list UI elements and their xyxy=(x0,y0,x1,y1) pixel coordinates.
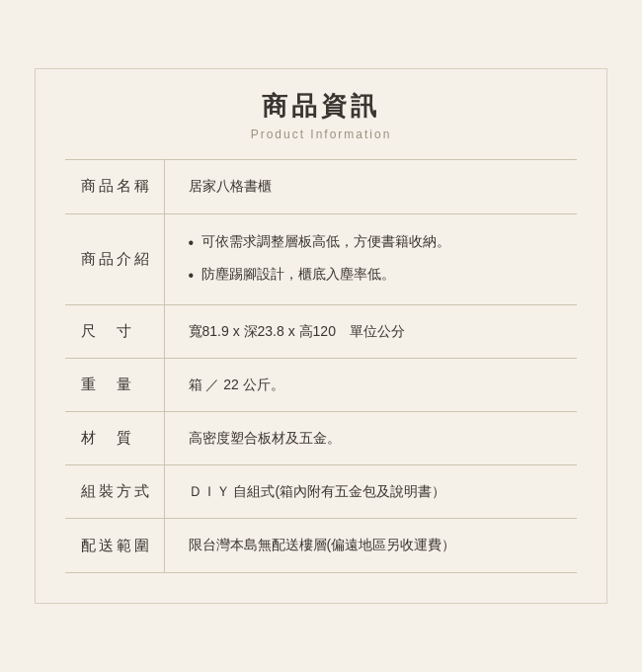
bullet-text: 防塵踢腳設計，櫃底入塵率低。 xyxy=(201,263,395,287)
row-value: 箱 ／ 22 公斤。 xyxy=(164,358,577,411)
table-row: 配送範圍限台灣本島無配送樓層(偏遠地區另收運費） xyxy=(65,519,577,572)
bullet-text: 可依需求調整層板高低，方便書籍收納。 xyxy=(201,230,450,254)
product-table: 商品名稱居家八格書櫃商品介紹•可依需求調整層板高低，方便書籍收納。•防塵踢腳設計… xyxy=(65,159,577,572)
row-label: 材 質 xyxy=(65,412,164,465)
row-label: 組裝方式 xyxy=(65,465,164,519)
bullet-item: •可依需求調整層板高低，方便書籍收納。 xyxy=(189,230,568,256)
table-row: 材 質高密度塑合板材及五金。 xyxy=(65,412,577,465)
row-label: 重 量 xyxy=(65,358,164,411)
row-value: 限台灣本島無配送樓層(偏遠地區另收運費） xyxy=(164,519,577,572)
table-row: 商品介紹•可依需求調整層板高低，方便書籍收納。•防塵踢腳設計，櫃底入塵率低。 xyxy=(65,213,577,304)
main-title: 商品資訊 xyxy=(65,89,577,124)
row-value: ＤＩＹ 自組式(箱內附有五金包及說明書） xyxy=(164,465,577,519)
table-row: 重 量箱 ／ 22 公斤。 xyxy=(65,358,577,411)
bullet-icon: • xyxy=(189,230,195,256)
row-value: •可依需求調整層板高低，方便書籍收納。•防塵踢腳設計，櫃底入塵率低。 xyxy=(164,213,577,304)
row-value: 寬81.9 x 深23.8 x 高120 單位公分 xyxy=(164,304,577,358)
row-value: 高密度塑合板材及五金。 xyxy=(164,412,577,465)
row-label: 商品介紹 xyxy=(65,213,164,304)
bullet-item: •防塵踢腳設計，櫃底入塵率低。 xyxy=(189,263,568,289)
bullet-icon: • xyxy=(189,263,195,289)
row-label: 商品名稱 xyxy=(65,160,164,213)
table-row: 商品名稱居家八格書櫃 xyxy=(65,160,577,213)
product-info-card: 商品資訊 Product Information 商品名稱居家八格書櫃商品介紹•… xyxy=(35,68,607,603)
table-row: 尺 寸寬81.9 x 深23.8 x 高120 單位公分 xyxy=(65,304,577,358)
subtitle: Product Information xyxy=(65,127,577,141)
card-header: 商品資訊 Product Information xyxy=(65,89,577,141)
table-row: 組裝方式ＤＩＹ 自組式(箱內附有五金包及說明書） xyxy=(65,465,577,519)
row-label: 尺 寸 xyxy=(65,304,164,358)
row-label: 配送範圍 xyxy=(65,519,164,572)
row-value: 居家八格書櫃 xyxy=(164,160,577,213)
